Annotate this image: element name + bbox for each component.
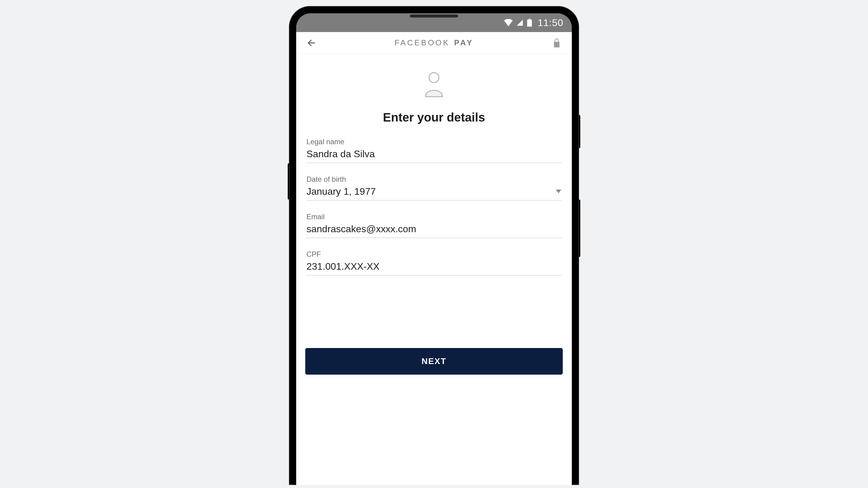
- status-time: 11:50: [538, 17, 563, 28]
- email-label: Email: [306, 213, 562, 221]
- phone-speaker: [410, 14, 458, 18]
- app-title: FACEBOOK PAY: [395, 38, 473, 48]
- email-input[interactable]: [306, 223, 562, 235]
- back-button[interactable]: [305, 36, 318, 50]
- legal-name-input[interactable]: [306, 148, 562, 160]
- dob-field[interactable]: Date of birth January 1, 1977: [306, 175, 562, 201]
- next-button[interactable]: NEXT: [305, 348, 563, 375]
- cpf-label: CPF: [306, 250, 562, 258]
- content-area: Enter your details Legal name Date of bi…: [296, 54, 572, 485]
- svg-point-2: [429, 72, 439, 83]
- legal-name-field[interactable]: Legal name: [306, 138, 562, 163]
- dob-label: Date of birth: [306, 175, 562, 184]
- lock-button[interactable]: [550, 36, 563, 50]
- caret-down-icon: [556, 189, 562, 194]
- app-title-part1: FACEBOOK: [395, 38, 450, 48]
- lock-icon: [553, 38, 561, 48]
- cellular-signal-icon: [516, 19, 524, 26]
- app-header: FACEBOOK PAY: [296, 32, 572, 54]
- email-field[interactable]: Email: [306, 213, 562, 238]
- cpf-field[interactable]: CPF: [306, 250, 562, 275]
- battery-icon: [527, 19, 532, 27]
- wifi-icon: [504, 19, 513, 26]
- person-icon: [424, 72, 444, 98]
- app-title-part2: PAY: [454, 38, 473, 48]
- page-title: Enter your details: [383, 111, 485, 124]
- legal-name-label: Legal name: [306, 138, 562, 146]
- phone-screen: 11:50 FACEBOOK PAY: [296, 13, 572, 485]
- details-form: Legal name Date of birth January 1, 1977: [305, 138, 563, 287]
- dob-value[interactable]: January 1, 1977: [306, 185, 556, 198]
- cpf-input[interactable]: [306, 260, 562, 273]
- svg-rect-1: [527, 20, 532, 27]
- arrow-left-icon: [306, 37, 317, 49]
- svg-rect-0: [529, 19, 530, 20]
- phone-mock: 11:50 FACEBOOK PAY: [289, 6, 579, 485]
- page-background: 11:50 FACEBOOK PAY: [0, 0, 868, 488]
